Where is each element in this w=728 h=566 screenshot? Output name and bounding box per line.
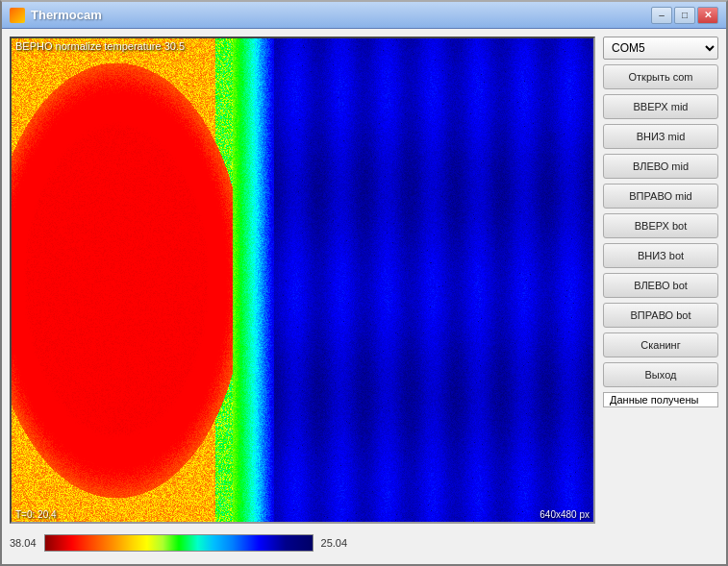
app-icon: [10, 8, 25, 23]
title-bar: Thermocam – □ ✕: [2, 2, 726, 29]
title-buttons: – □ ✕: [651, 7, 718, 24]
colorbar-max-label: 25.04: [321, 537, 348, 549]
thermal-image-container: ВЕРНО normalize temperature 30.5 T=0: 20…: [10, 37, 595, 524]
close-button[interactable]: ✕: [697, 7, 718, 24]
com-select[interactable]: COM5 COM1 COM2 COM3 COM4 COM6: [603, 37, 718, 60]
open-com-button[interactable]: Открыть com: [603, 64, 718, 89]
down-bot-button[interactable]: ВНИЗ bot: [603, 243, 718, 268]
main-window: Thermocam – □ ✕ ВЕРНО normalize temperat…: [0, 0, 728, 566]
status-label: Данные получены: [603, 392, 718, 407]
scan-button[interactable]: Сканинг: [603, 332, 718, 357]
up-bot-button[interactable]: ВВЕРХ bot: [603, 213, 718, 238]
title-bar-left: Thermocam: [10, 8, 102, 23]
down-mid-button[interactable]: ВНИЗ mid: [603, 124, 718, 149]
maximize-button[interactable]: □: [674, 7, 695, 24]
minimize-button[interactable]: –: [651, 7, 672, 24]
com-select-row: COM5 COM1 COM2 COM3 COM4 COM6: [603, 37, 718, 60]
colorbar: [44, 534, 314, 552]
right-bot-button[interactable]: ВПРАВО bot: [603, 303, 718, 328]
left-panel: ВЕРНО normalize temperature 30.5 T=0: 20…: [10, 37, 595, 556]
left-bot-button[interactable]: ВЛЕВО bot: [603, 273, 718, 298]
content-area: ВЕРНО normalize temperature 30.5 T=0: 20…: [2, 29, 726, 564]
colorbar-area: 38.04 25.04: [10, 529, 595, 556]
window-title: Thermocam: [31, 8, 102, 22]
left-mid-button[interactable]: ВЛЕВО mid: [603, 154, 718, 179]
right-panel: COM5 COM1 COM2 COM3 COM4 COM6 Открыть co…: [603, 37, 718, 556]
up-mid-button[interactable]: ВВЕРХ mid: [603, 94, 718, 119]
exit-button[interactable]: Выход: [603, 362, 718, 387]
thermal-canvas: [12, 38, 593, 522]
colorbar-min-label: 38.04: [10, 537, 37, 549]
right-mid-button[interactable]: ВПРАВО mid: [603, 184, 718, 209]
